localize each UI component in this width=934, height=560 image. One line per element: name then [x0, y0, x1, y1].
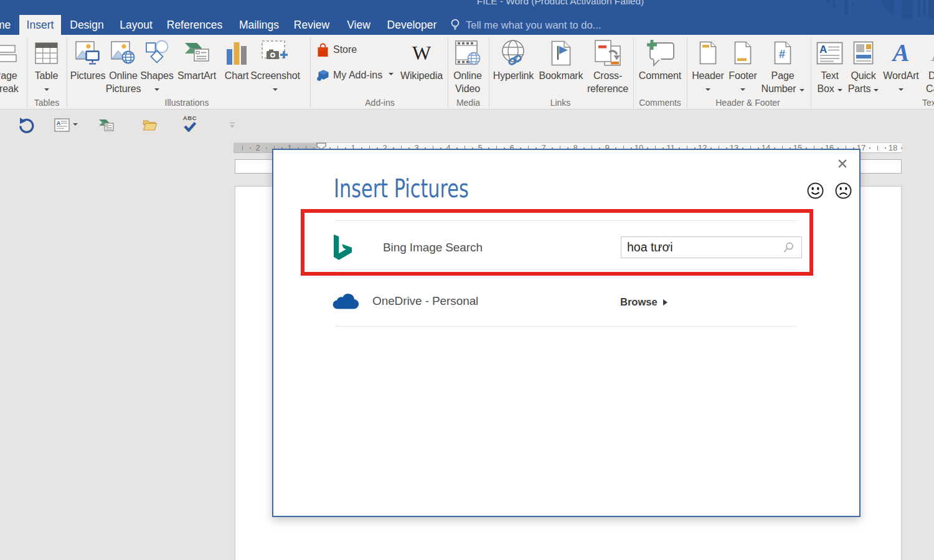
my-addins-button[interactable]: My Add-ins — [317, 68, 394, 83]
header-dropdown-caret — [705, 88, 710, 93]
ruler-tick — [250, 147, 251, 149]
qat-open-button[interactable] — [143, 119, 158, 131]
table-icon — [30, 40, 63, 66]
dialog-separator — [335, 326, 796, 327]
tab-references[interactable]: References — [164, 15, 225, 35]
word-window: FILE - Word (Product Activation Failed) … — [0, 0, 934, 560]
tell-me-box[interactable]: Tell me what you want to do... — [450, 15, 601, 35]
svg-text:A: A — [819, 44, 827, 55]
comment-icon — [638, 40, 682, 66]
ruler-number: 18 — [887, 143, 899, 152]
text-box-icon: A — [813, 40, 847, 66]
tab-layout[interactable]: Layout — [116, 15, 156, 35]
dialog-close-button[interactable] — [837, 159, 847, 169]
table-dropdown-caret — [44, 88, 49, 93]
ruler-tick — [869, 147, 870, 149]
titlebar-decoration — [918, 0, 920, 17]
shapes-dropdown-caret — [154, 88, 159, 93]
bookmark-icon — [539, 40, 583, 66]
lightbulb-icon — [450, 18, 460, 32]
window-title: FILE - Word (Product Activation Failed) — [374, 0, 747, 8]
browse-link[interactable]: Browse — [620, 296, 667, 308]
titlebar-decoration — [923, 0, 926, 16]
onedrive-label: OneDrive - Personal — [372, 294, 478, 308]
qat-textbox-caret[interactable] — [73, 123, 78, 128]
ruler-tick — [242, 146, 243, 151]
tab-review[interactable]: Review — [290, 15, 334, 35]
ribbon: Tables Illustrations Add-ins Media Links… — [0, 35, 934, 110]
onedrive-icon — [332, 291, 360, 309]
pictures-icon — [69, 40, 106, 66]
repeat-icon — [18, 117, 35, 134]
online-video-icon — [450, 40, 486, 66]
browse-arrow-icon — [663, 299, 667, 306]
quick-parts-dropdown-caret — [874, 89, 879, 94]
page-break-icon — [0, 40, 27, 66]
spelling-icon: ABC — [182, 114, 197, 132]
cross-reference-icon — [586, 40, 630, 66]
ruler-tick — [266, 147, 267, 149]
drop-cap-button[interactable]: A DropCap — [922, 35, 934, 110]
titlebar-decoration — [928, 0, 934, 19]
drop-cap-icon: A — [922, 40, 934, 66]
folder-icon — [143, 119, 158, 131]
hyperlink-icon — [492, 40, 535, 66]
feedback-smile-button[interactable] — [807, 182, 824, 199]
titlebar-decoration — [826, 0, 830, 3]
tab-insert[interactable]: Insert — [19, 15, 61, 35]
tell-me-label: Tell me what you want to do... — [466, 19, 601, 31]
dialog-title: Insert Pictures — [334, 174, 469, 203]
footer-dropdown-caret — [740, 88, 745, 93]
qat-smartart-button[interactable] — [98, 118, 114, 132]
screenshot-icon — [255, 40, 296, 66]
smartart-icon — [175, 40, 219, 66]
titlebar-decoration — [844, 0, 848, 15]
screenshot-dropdown-caret — [273, 88, 278, 93]
qat-textbox-button[interactable]: A — [54, 118, 70, 132]
wordart-dropdown-caret — [899, 88, 903, 93]
tab-view[interactable]: View — [341, 15, 376, 35]
wikipedia-icon: W — [399, 40, 444, 66]
online-pictures-icon — [105, 40, 141, 66]
qat-repeat-button[interactable] — [18, 117, 35, 134]
footer-icon — [727, 40, 759, 66]
tab-developer[interactable]: Developer — [383, 15, 441, 35]
qat-more-button[interactable] — [229, 121, 236, 129]
ruler-tick — [877, 146, 878, 151]
titlebar-decoration — [833, 0, 836, 8]
store-icon — [317, 42, 329, 58]
my-addins-icon — [317, 70, 329, 82]
titlebar-decoration — [882, 0, 894, 16]
tab-design[interactable]: Design — [67, 15, 107, 35]
svg-text:A: A — [57, 119, 61, 126]
qat-smartart-icon — [98, 118, 114, 132]
insert-pictures-dialog: Insert Pictures Bing Image Sear — [272, 149, 861, 517]
title-bar: FILE - Word (Product Activation Failed) … — [0, 0, 934, 35]
wordart-icon: A — [879, 40, 923, 66]
ruler-tick — [901, 147, 902, 149]
quick-parts-icon — [846, 40, 880, 66]
page-number-icon: # — [761, 40, 804, 66]
svg-text:#: # — [779, 48, 785, 60]
titlebar-decoration — [852, 2, 854, 6]
screenshot-button[interactable]: Screenshot — [255, 35, 296, 110]
ruler-tick — [885, 147, 886, 149]
chart-icon — [221, 40, 252, 66]
tab-mailings[interactable]: Mailings — [233, 15, 285, 35]
qat-spelling-button[interactable]: ABC — [182, 114, 197, 132]
header-icon — [691, 40, 725, 66]
store-button[interactable]: Store — [317, 42, 357, 57]
feedback-frown-button[interactable] — [835, 182, 852, 199]
qat-textbox-icon: A — [54, 118, 70, 132]
ruler-number: 2 — [252, 143, 264, 152]
annotation-red-rectangle — [301, 209, 813, 276]
titlebar-decoration — [902, 0, 912, 19]
tab-home[interactable]: Home — [0, 15, 15, 35]
shapes-icon — [141, 40, 172, 66]
